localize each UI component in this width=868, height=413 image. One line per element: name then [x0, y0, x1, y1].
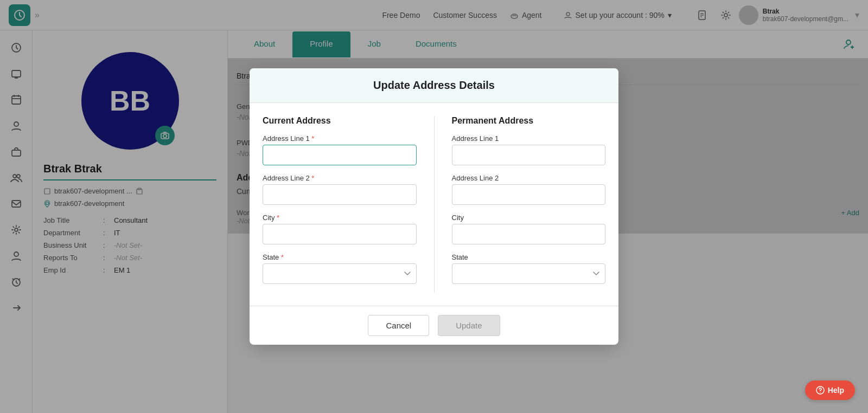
modal-title: Update Address Details	[263, 79, 605, 92]
permanent-city-input[interactable]	[452, 224, 606, 244]
permanent-city-label: City	[452, 214, 606, 222]
current-state-label: State *	[263, 253, 417, 261]
current-address-line1-label: Address Line 1 *	[263, 134, 417, 143]
cancel-button[interactable]: Cancel	[368, 315, 429, 336]
permanent-address-column: Permanent Address Address Line 1 Address…	[452, 116, 606, 293]
current-state-group: State *	[263, 253, 417, 284]
svg-point-35	[820, 392, 821, 393]
current-city-input[interactable]	[263, 224, 417, 244]
modal-overlay: Update Address Details Current Address A…	[0, 0, 868, 413]
permanent-address-line1-input[interactable]	[452, 145, 606, 165]
current-address-line2-label: Address Line 2 *	[263, 174, 417, 182]
current-address-line1-group: Address Line 1 *	[263, 134, 417, 165]
modal-footer: Cancel Update	[250, 306, 618, 345]
permanent-address-title: Permanent Address	[452, 116, 606, 126]
current-address-line2-group: Address Line 2 *	[263, 174, 417, 205]
current-address-line1-input[interactable]	[263, 145, 417, 165]
current-city-label: City *	[263, 214, 417, 222]
permanent-state-select[interactable]	[452, 263, 606, 284]
modal-header: Update Address Details	[250, 68, 618, 103]
current-address-title: Current Address	[263, 116, 417, 126]
column-divider	[434, 116, 435, 293]
permanent-state-label: State	[452, 253, 606, 261]
current-address-line2-input[interactable]	[263, 184, 417, 205]
permanent-address-line2-group: Address Line 2	[452, 174, 606, 205]
help-icon	[816, 386, 825, 395]
current-address-column: Current Address Address Line 1 * Address…	[263, 116, 417, 293]
current-state-select[interactable]	[263, 263, 417, 284]
permanent-address-line1-group: Address Line 1	[452, 134, 606, 165]
permanent-state-group: State	[452, 253, 606, 284]
update-button[interactable]: Update	[438, 315, 500, 336]
permanent-address-line2-input[interactable]	[452, 184, 606, 205]
update-address-modal: Update Address Details Current Address A…	[250, 68, 618, 345]
help-button[interactable]: Help	[805, 380, 855, 400]
permanent-address-line2-label: Address Line 2	[452, 174, 606, 182]
modal-body: Current Address Address Line 1 * Address…	[250, 103, 618, 306]
current-city-group: City *	[263, 214, 417, 244]
permanent-address-line1-label: Address Line 1	[452, 134, 606, 143]
permanent-city-group: City	[452, 214, 606, 244]
